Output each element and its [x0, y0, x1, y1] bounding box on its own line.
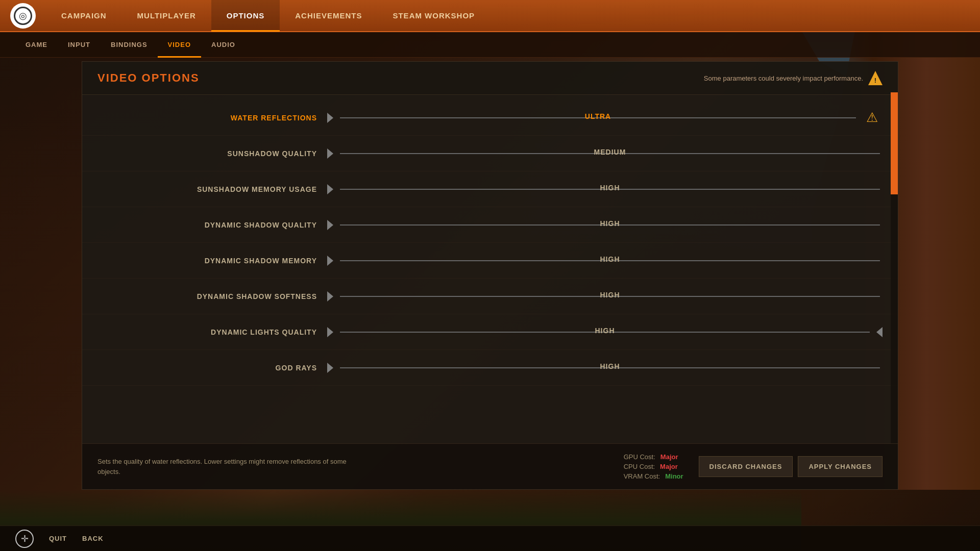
sunshadow-memory-track[interactable]: HIGH [340, 189, 880, 190]
cpu-cost-row: CPU Cost: Major [624, 463, 683, 470]
vram-cost-row: VRAM Cost: Minor [624, 472, 683, 480]
action-buttons: DISCARD CHANGES APPLY CHANGES [699, 456, 883, 477]
logo: ◎ [10, 3, 36, 29]
setting-god-rays[interactable]: GOD RAYS HIGH [82, 350, 898, 386]
dynamic-lights-quality-arrow-left[interactable] [327, 327, 337, 337]
quit-button[interactable]: QUIT [49, 535, 67, 542]
water-reflections-arrow-left[interactable] [327, 113, 337, 123]
dynamic-lights-quality-arrow-right[interactable] [872, 327, 883, 337]
setting-dynamic-shadow-softness[interactable]: DYNAMIC SHADOW SOFTNESS HIGH [82, 279, 898, 314]
dynamic-shadow-softness-track[interactable]: HIGH [340, 296, 880, 297]
nav-steam-workshop[interactable]: STEAM WORKSHOP [377, 0, 490, 32]
sunshadow-quality-control: MEDIUM [327, 148, 883, 159]
dynamic-shadow-memory-control: HIGH [327, 256, 883, 266]
dynamic-shadow-memory-value: HIGH [600, 255, 620, 263]
god-rays-arrow-left[interactable] [327, 363, 337, 373]
dynamic-shadow-quality-arrow-left[interactable] [327, 220, 337, 230]
top-navigation: ◎ CAMPAIGN MULTIPLAYER OPTIONS ACHIEVEME… [0, 0, 980, 32]
vram-cost-value: Minor [665, 472, 683, 480]
dynamic-shadow-quality-track[interactable]: HIGH [340, 224, 880, 226]
sunshadow-memory-value: HIGH [600, 184, 620, 192]
setting-dynamic-shadow-quality-label: DYNAMIC SHADOW QUALITY [82, 221, 327, 229]
panel-title: VIDEO OPTIONS [97, 71, 200, 85]
nav-multiplayer[interactable]: MULTIPLAYER [122, 0, 211, 32]
sunshadow-memory-arrow-left[interactable] [327, 184, 337, 194]
sunshadow-memory-control: HIGH [327, 184, 883, 194]
sunshadow-quality-value: MEDIUM [594, 148, 626, 156]
compass-icon: ✛ [15, 530, 34, 548]
vram-cost-label: VRAM Cost: [624, 472, 660, 480]
content-panel: VIDEO OPTIONS Some parameters could seve… [82, 61, 898, 490]
warning-icon [868, 71, 883, 85]
setting-description: Sets the quality of water reflections. L… [97, 457, 353, 477]
sunshadow-quality-arrow-left[interactable] [327, 148, 337, 159]
water-reflections-value: ULTRA [585, 112, 611, 120]
discard-changes-button[interactable]: DISCARD CHANGES [699, 456, 793, 477]
settings-scroll-area[interactable]: WATER REFLECTIONS ULTRA SUNSHADOW QUALIT… [82, 95, 898, 446]
dynamic-shadow-quality-control: HIGH [327, 220, 883, 230]
setting-dynamic-lights-quality[interactable]: DYNAMIC LIGHTS QUALITY HIGH [82, 314, 898, 350]
dynamic-shadow-softness-control: HIGH [327, 291, 883, 302]
tab-audio[interactable]: AUDIO [201, 32, 246, 58]
sunshadow-quality-track[interactable]: MEDIUM [340, 153, 880, 154]
setting-dynamic-shadow-memory[interactable]: DYNAMIC SHADOW MEMORY HIGH [82, 243, 898, 279]
setting-sunshadow-memory[interactable]: SUNSHADOW MEMORY USAGE HIGH [82, 171, 898, 207]
cost-info: GPU Cost: Major CPU Cost: Major VRAM Cos… [624, 453, 683, 480]
gpu-cost-value: Major [660, 453, 678, 461]
setting-dynamic-shadow-quality[interactable]: DYNAMIC SHADOW QUALITY HIGH [82, 207, 898, 243]
nav-campaign[interactable]: CAMPAIGN [46, 0, 122, 32]
dynamic-shadow-quality-value: HIGH [600, 219, 620, 228]
back-button[interactable]: BACK [82, 535, 104, 542]
tab-input[interactable]: INPUT [58, 32, 101, 58]
footer-bar: ✛ QUIT BACK [0, 525, 980, 551]
perf-warning-text: Some parameters could severely impact pe… [704, 74, 863, 82]
setting-dynamic-shadow-memory-label: DYNAMIC SHADOW MEMORY [82, 257, 327, 265]
dynamic-shadow-memory-arrow-left[interactable] [327, 256, 337, 266]
god-rays-value: HIGH [600, 362, 620, 370]
cpu-cost-value: Major [660, 463, 678, 470]
apply-changes-button[interactable]: APPLY CHANGES [798, 456, 883, 477]
bottom-info-panel: Sets the quality of water reflections. L… [82, 443, 898, 489]
sub-navigation: GAME INPUT BINDINGS VIDEO AUDIO [0, 32, 980, 58]
water-reflections-control: ULTRA [327, 113, 859, 123]
scrollbar-track[interactable] [891, 92, 898, 443]
setting-sunshadow-quality[interactable]: SUNSHADOW QUALITY MEDIUM [82, 136, 898, 171]
gpu-cost-row: GPU Cost: Major [624, 453, 683, 461]
setting-dynamic-lights-quality-label: DYNAMIC LIGHTS QUALITY [82, 328, 327, 336]
logo-icon: ◎ [14, 7, 32, 25]
performance-warning: Some parameters could severely impact pe… [704, 71, 883, 85]
god-rays-control: HIGH [327, 363, 883, 373]
tab-game[interactable]: GAME [15, 32, 58, 58]
panel-header: VIDEO OPTIONS Some parameters could seve… [82, 62, 898, 95]
setting-sunshadow-quality-label: SUNSHADOW QUALITY [82, 149, 327, 158]
setting-sunshadow-memory-label: SUNSHADOW MEMORY USAGE [82, 185, 327, 193]
tab-bindings[interactable]: BINDINGS [101, 32, 158, 58]
dynamic-shadow-softness-value: HIGH [600, 291, 620, 299]
gpu-cost-label: GPU Cost: [624, 453, 655, 461]
dynamic-lights-quality-track[interactable]: HIGH [340, 332, 870, 333]
water-reflections-track[interactable]: ULTRA [340, 117, 856, 118]
setting-dynamic-shadow-softness-label: DYNAMIC SHADOW SOFTNESS [82, 292, 327, 300]
dynamic-lights-quality-value: HIGH [595, 327, 615, 335]
water-reflections-warning [866, 110, 883, 126]
dynamic-shadow-softness-arrow-left[interactable] [327, 291, 337, 302]
nav-achievements[interactable]: ACHIEVEMENTS [280, 0, 377, 32]
scrollbar-thumb[interactable] [891, 92, 898, 194]
setting-god-rays-label: GOD RAYS [82, 364, 327, 372]
dynamic-shadow-memory-track[interactable]: HIGH [340, 260, 880, 261]
setting-water-reflections[interactable]: WATER REFLECTIONS ULTRA [82, 100, 898, 136]
nav-options[interactable]: OPTIONS [211, 0, 280, 32]
god-rays-track[interactable]: HIGH [340, 367, 880, 368]
setting-water-reflections-label: WATER REFLECTIONS [82, 114, 327, 122]
cpu-cost-label: CPU Cost: [624, 463, 655, 470]
dynamic-lights-quality-control: HIGH [327, 327, 883, 337]
tab-video[interactable]: VIDEO [158, 32, 201, 58]
